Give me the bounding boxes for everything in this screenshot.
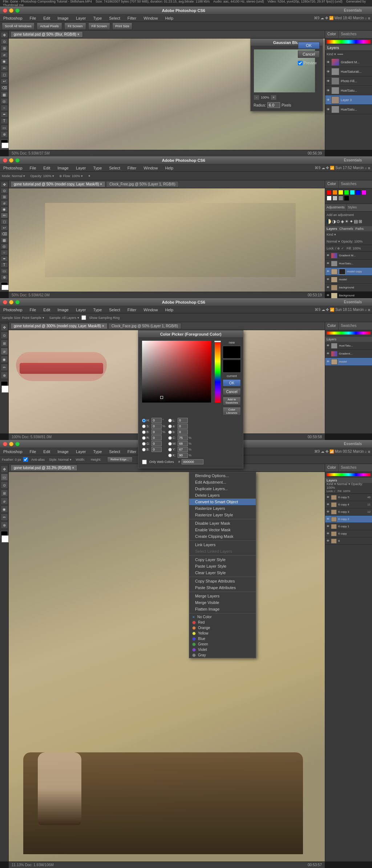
fit-screen-btn[interactable]: Fit Screen	[64, 23, 86, 30]
a-input[interactable]	[178, 424, 188, 429]
l-input[interactable]	[178, 418, 188, 423]
eyedropper-tool-2[interactable]: ⌀	[1, 200, 8, 206]
ctx-link-layers[interactable]: Link Layers	[189, 541, 256, 548]
layers-tab-2[interactable]: Layers	[327, 227, 337, 231]
ctx-gray[interactable]: Gray	[189, 652, 256, 658]
menu-image-4[interactable]: Image	[56, 449, 70, 455]
adjustments-tab[interactable]: Adjustments	[325, 204, 347, 211]
menu-layer-3[interactable]: Layer	[74, 307, 88, 313]
sampling-ring-check[interactable]	[81, 315, 86, 320]
swatch[interactable]	[332, 190, 337, 195]
menu-help[interactable]: Help	[163, 15, 175, 21]
layer-row[interactable]: 👁 Hue/Saturati...	[325, 67, 372, 76]
swatches-tab-4[interactable]: Swatches	[339, 464, 359, 472]
menu-type-2[interactable]: Type	[92, 165, 103, 171]
b3-input[interactable]	[178, 429, 188, 435]
ctx-merge-layers[interactable]: Merge Layers	[189, 593, 256, 599]
layer-eye[interactable]: 👁	[327, 70, 330, 73]
crop-tool[interactable]: ⊞	[1, 45, 8, 51]
swatch[interactable]	[327, 196, 332, 201]
zoom-out-btn[interactable]: -	[254, 95, 259, 100]
ctx-green[interactable]: Green	[189, 641, 256, 647]
tab-3-active[interactable]: gone tutorial.psd @ 300% (model copy, La…	[11, 323, 108, 329]
swatch[interactable]	[356, 190, 361, 195]
ctx-merge-visible[interactable]: Merge Visible	[189, 599, 256, 606]
layer-row-4e[interactable]: 👁 6 copy 1	[325, 523, 372, 530]
menu-file[interactable]: File	[28, 15, 38, 21]
swatches-tab-2[interactable]: Swatches	[339, 180, 359, 188]
menu-type-3[interactable]: Type	[92, 307, 103, 313]
ctx-delete-layers[interactable]: Delete Layers	[189, 492, 256, 499]
layers-label-4[interactable]: Layers	[327, 479, 337, 482]
history-tool-2[interactable]: ↩	[1, 225, 8, 231]
ctx-no-color[interactable]: ✕ No Color	[189, 614, 256, 620]
eyedropper-tool[interactable]: ⌀	[1, 52, 8, 58]
ctx-paste-layer-style[interactable]: Paste Layer Style	[189, 563, 256, 569]
ctx-yellow[interactable]: Yellow	[189, 631, 256, 636]
swatches-tab-1[interactable]: Swatches	[339, 31, 359, 38]
color-spectrum[interactable]	[142, 341, 211, 403]
l-radio[interactable]	[168, 418, 172, 423]
swatches-tab-3[interactable]: Swatches	[339, 322, 359, 330]
ctx-blending-options[interactable]: Blending Options...	[189, 472, 256, 479]
background-color-1[interactable]	[1, 143, 9, 148]
ctx-edit-adjustment[interactable]: Edit Adjustment...	[189, 479, 256, 485]
layer-row-3a[interactable]: 👁 Hue/Tatu...	[325, 342, 372, 350]
bg-color-4[interactable]	[1, 535, 9, 543]
g-input[interactable]	[151, 441, 162, 446]
c-input[interactable]	[178, 435, 188, 440]
ctx-orange[interactable]: Orange	[189, 625, 256, 631]
m-input[interactable]	[178, 441, 188, 446]
ctx-rasterize-layer-style[interactable]: Rasterize Layer Style	[189, 512, 256, 518]
color-tab-2[interactable]: Color	[325, 180, 339, 188]
ctx-create-clipping-mask[interactable]: Create Clipping Mask	[189, 533, 256, 540]
menu-edit-3[interactable]: Edit	[42, 307, 52, 313]
menu-photoshop-2[interactable]: Photoshop	[2, 165, 24, 171]
layer-row[interactable]: 👁 Photo Fill...	[325, 76, 372, 86]
swatch[interactable]	[332, 196, 337, 201]
lasso-tool-2[interactable]: ⊙	[1, 188, 8, 193]
zoom-tool-2[interactable]: ⊕	[1, 275, 8, 280]
ctx-convert-smart-object[interactable]: Convert to Smart Object	[189, 499, 256, 505]
tab-1[interactable]: gone tutorial.psd @ 50% (Blur, RGB/8) ×	[11, 31, 83, 37]
move-tool[interactable]: ✥	[1, 32, 8, 38]
menu-edit-4[interactable]: Edit	[42, 449, 52, 455]
r-radio[interactable]	[142, 436, 146, 440]
blur-tool-2[interactable]: ◎	[1, 244, 8, 249]
tab-2-active[interactable]: gone tutorial.psd @ 50% (model copy, Lay…	[11, 181, 105, 187]
bg-color-2[interactable]	[1, 285, 9, 290]
dodge-tool-2[interactable]: ○	[1, 250, 8, 255]
ctx-paste-shape-attributes[interactable]: Paste Shape Attributes	[189, 584, 256, 591]
brush-tool[interactable]: ✏	[1, 65, 8, 71]
preview-checkbox[interactable]	[298, 61, 303, 65]
gradient-tool-2[interactable]: ▦	[1, 237, 8, 243]
menu-file-2[interactable]: File	[28, 165, 38, 171]
swatch[interactable]	[344, 196, 349, 201]
menu-file-3[interactable]: File	[28, 307, 38, 313]
menu-select-3[interactable]: Select	[108, 307, 122, 313]
crop-tool-2[interactable]: ⊞	[1, 194, 8, 200]
minimize-button[interactable]	[9, 8, 13, 13]
menu-type-4[interactable]: Type	[92, 449, 103, 455]
refine-edge-btn[interactable]: Refine Edge...	[107, 457, 133, 463]
close-button[interactable]	[3, 8, 7, 13]
brush-tool-2[interactable]: ✏	[1, 213, 8, 218]
eyedropper-tool-3[interactable]: ⌀	[1, 348, 8, 355]
layer-row-4g[interactable]: 👁 6	[325, 537, 372, 545]
layer-row-4b[interactable]: 👁 6 copy 4 11	[325, 501, 372, 508]
print-size-btn[interactable]: Print Size	[112, 23, 132, 30]
layer-row-2-hue[interactable]: 👁 Hue/Satu...	[325, 260, 372, 268]
menu-select-1[interactable]: Select	[108, 15, 122, 21]
swatch[interactable]	[338, 190, 343, 195]
eraser-tool-2[interactable]: ⌫	[1, 231, 8, 237]
maximize-button[interactable]	[15, 8, 20, 13]
ctx-disable-layer-mask[interactable]: Disable Layer Mask	[189, 520, 256, 527]
scroll-all-windows-btn[interactable]: Scroll All Windows	[2, 23, 35, 30]
a-radio[interactable]	[168, 424, 172, 429]
swatch[interactable]	[327, 190, 332, 195]
sat-input[interactable]	[151, 424, 162, 429]
shape-tool-2[interactable]: ▭	[1, 268, 8, 274]
ctx-copy-shape-attributes[interactable]: Copy Shape Attributes	[189, 578, 256, 584]
ctx-copy-layer-style[interactable]: Copy Layer Style	[189, 556, 256, 563]
layer-row-2-model[interactable]: 👁 model	[325, 276, 372, 284]
